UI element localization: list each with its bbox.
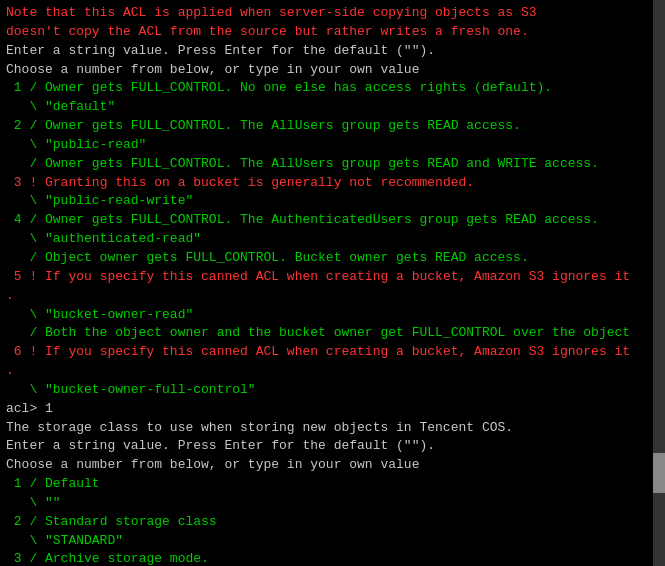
terminal-line: . <box>6 362 659 381</box>
terminal-line: Choose a number from below, or type in y… <box>6 456 659 475</box>
terminal-line: 5 ! If you specify this canned ACL when … <box>6 268 659 287</box>
terminal-line: Note that this ACL is applied when serve… <box>6 4 659 23</box>
terminal-line: \ "public-read-write" <box>6 192 659 211</box>
terminal-line: / Owner gets FULL_CONTROL. The AllUsers … <box>6 155 659 174</box>
terminal-line: \ "default" <box>6 98 659 117</box>
terminal-line: doesn't copy the ACL from the source but… <box>6 23 659 42</box>
terminal-line: / Both the object owner and the bucket o… <box>6 324 659 343</box>
terminal-line: \ "" <box>6 494 659 513</box>
terminal-line: Choose a number from below, or type in y… <box>6 61 659 80</box>
terminal-line: 3 ! Granting this on a bucket is general… <box>6 174 659 193</box>
terminal-line: \ "bucket-owner-read" <box>6 306 659 325</box>
terminal-line: 3 / Archive storage mode. <box>6 550 659 566</box>
terminal-line: \ "public-read" <box>6 136 659 155</box>
scrollbar-thumb[interactable] <box>653 453 665 493</box>
terminal-line: 1 / Default <box>6 475 659 494</box>
terminal-line: / Object owner gets FULL_CONTROL. Bucket… <box>6 249 659 268</box>
terminal-line: 2 / Owner gets FULL_CONTROL. The AllUser… <box>6 117 659 136</box>
terminal-line: 1 / Owner gets FULL_CONTROL. No one else… <box>6 79 659 98</box>
terminal-line: . <box>6 287 659 306</box>
terminal-line: acl> 1 <box>6 400 659 419</box>
terminal-line: The storage class to use when storing ne… <box>6 419 659 438</box>
terminal-line: \ "authenticated-read" <box>6 230 659 249</box>
terminal-line: 2 / Standard storage class <box>6 513 659 532</box>
scrollbar[interactable] <box>653 0 665 566</box>
terminal-line: Enter a string value. Press Enter for th… <box>6 42 659 61</box>
terminal-line: Enter a string value. Press Enter for th… <box>6 437 659 456</box>
terminal-line: \ "bucket-owner-full-control" <box>6 381 659 400</box>
terminal-line: \ "STANDARD" <box>6 532 659 551</box>
terminal-window[interactable]: Note that this ACL is applied when serve… <box>0 0 665 566</box>
terminal-line: 4 / Owner gets FULL_CONTROL. The Authent… <box>6 211 659 230</box>
terminal-line: 6 ! If you specify this canned ACL when … <box>6 343 659 362</box>
